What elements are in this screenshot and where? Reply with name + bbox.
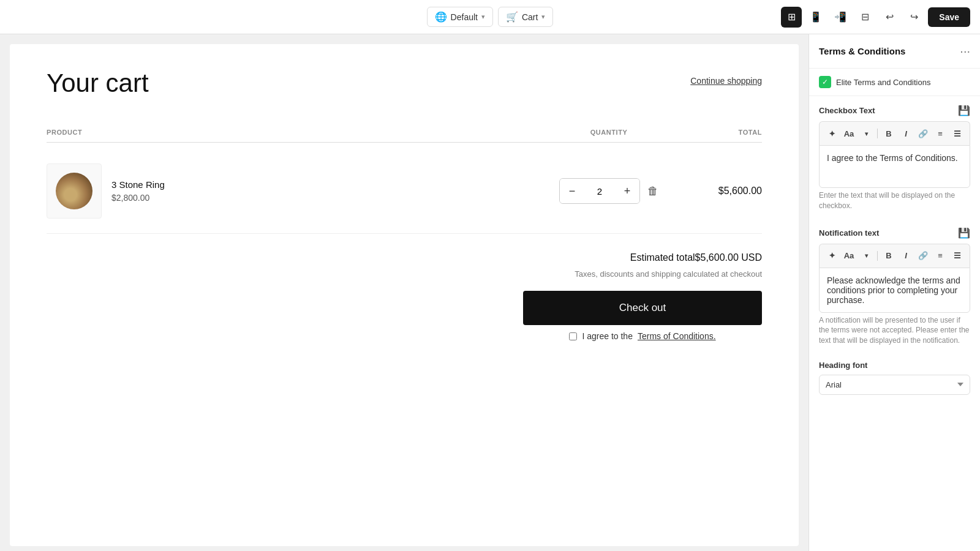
panel-elite-row: ✓ Elite Terms and Conditions bbox=[809, 69, 980, 96]
notification-text-editor[interactable]: Please acknowledge the terms and conditi… bbox=[819, 268, 970, 313]
checkbox-text-label: Checkbox Text bbox=[819, 106, 875, 115]
italic-btn[interactable]: I bbox=[899, 126, 913, 141]
save-notification-icon: 💾 bbox=[958, 227, 970, 239]
top-bar-center: 🌐 Default ▾ 🛒 Cart ▾ bbox=[427, 7, 554, 27]
link-btn-2[interactable]: 🔗 bbox=[916, 248, 930, 264]
product-name: 3 Stone Ring bbox=[111, 179, 165, 190]
terms-checkbox-row: I agree to the Terms of Conditions. bbox=[523, 331, 762, 341]
delete-product-btn[interactable]: 🗑 bbox=[647, 185, 658, 198]
tablet-view-btn[interactable]: 📱 bbox=[805, 7, 826, 28]
cart-dropdown[interactable]: 🛒 Cart ▾ bbox=[498, 7, 553, 27]
cart-summary: Estimated total$5,600.00 USD Taxes, disc… bbox=[47, 252, 762, 341]
notification-text-label: Notification text bbox=[819, 228, 879, 238]
top-bar-right: ⊞ 📱 📲 ⊟ ↩ ↪ Save bbox=[781, 7, 970, 28]
product-info: 3 Stone Ring $2,800.00 bbox=[47, 163, 548, 219]
cart-title: Your cart bbox=[47, 69, 149, 98]
cart-icon: 🛒 bbox=[506, 11, 518, 23]
tax-note: Taxes, discounts and shipping calculated… bbox=[575, 269, 762, 279]
table-header: PRODUCT QUANTITY TOTAL bbox=[47, 129, 762, 143]
heading-font-label: Heading font bbox=[819, 361, 970, 370]
chevron-down-icon-2: ▾ bbox=[541, 13, 545, 21]
product-total: $5,600.00 bbox=[670, 186, 762, 197]
checkbox-text-toolbar-wrapper: ✦ Aa ▾ B I 🔗 ≡ ☰ bbox=[819, 121, 970, 145]
heading-font-section: Heading font Arial Georgia Helvetica Tim… bbox=[809, 353, 980, 402]
bold-btn[interactable]: B bbox=[881, 126, 896, 141]
estimated-total: Estimated total$5,600.00 USD bbox=[630, 252, 762, 263]
col-total-header: TOTAL bbox=[670, 129, 762, 136]
font-chevron-2[interactable]: ▾ bbox=[859, 248, 873, 264]
notification-text-toolbar-wrapper: ✦ Aa ▾ B I 🔗 ≡ ☰ bbox=[819, 244, 970, 268]
separator-1 bbox=[877, 129, 878, 138]
list-ordered-btn[interactable]: ☰ bbox=[950, 126, 965, 141]
redo-btn[interactable]: ↪ bbox=[903, 7, 924, 28]
layout-view-btn[interactable]: ⊟ bbox=[854, 7, 875, 28]
more-options-btn[interactable]: ··· bbox=[960, 44, 970, 58]
estimated-total-value: $5,600.00 USD bbox=[695, 252, 762, 263]
list-ordered-btn-2[interactable]: ☰ bbox=[950, 248, 965, 264]
checkbox-text-editor[interactable]: I agree to the Terms of Conditions. bbox=[819, 145, 970, 188]
save-button[interactable]: Save bbox=[928, 7, 970, 27]
mobile-view-btn[interactable]: 📲 bbox=[830, 7, 851, 28]
elite-label: Elite Terms and Conditions bbox=[836, 78, 930, 87]
estimated-total-label: Estimated total bbox=[630, 252, 695, 263]
product-price: $2,800.00 bbox=[111, 193, 149, 203]
chevron-down-icon: ▾ bbox=[481, 13, 485, 21]
checkbox-text-content: I agree to the Terms of Conditions. bbox=[827, 153, 958, 163]
canvas-inner: Your cart Continue shopping PRODUCT QUAN… bbox=[10, 44, 799, 546]
checkbox-text-toolbar: ✦ Aa ▾ B I 🔗 ≡ ☰ bbox=[819, 121, 970, 145]
list-btn-2[interactable]: ≡ bbox=[933, 248, 948, 264]
terms-prefix: I agree to the bbox=[582, 331, 633, 341]
right-panel: Terms & Conditions ··· ✓ Elite Terms and… bbox=[809, 34, 980, 551]
notification-text-content: Please acknowledge the terms and conditi… bbox=[827, 276, 960, 305]
panel-header: Terms & Conditions ··· bbox=[809, 34, 980, 69]
undo-btn[interactable]: ↩ bbox=[879, 7, 900, 28]
font-btn[interactable]: Aa bbox=[842, 126, 856, 141]
product-details: 3 Stone Ring $2,800.00 bbox=[111, 179, 165, 203]
product-row: 3 Stone Ring $2,800.00 − 2 + 🗑 $5,600.00 bbox=[47, 149, 762, 234]
checkbox-text-hint: Enter the text that will be displayed on… bbox=[809, 190, 980, 219]
quantity-increase-btn[interactable]: + bbox=[615, 179, 639, 203]
default-label: Default bbox=[451, 12, 478, 22]
quantity-decrease-btn[interactable]: − bbox=[560, 179, 584, 203]
globe-icon: 🌐 bbox=[435, 11, 447, 23]
terms-checkbox[interactable] bbox=[569, 332, 577, 340]
col-quantity-header: QUANTITY bbox=[548, 129, 670, 136]
col-product-header: PRODUCT bbox=[47, 129, 548, 136]
notification-text-hint: A notification will be presented to the … bbox=[809, 315, 980, 353]
elite-check-icon: ✓ bbox=[819, 76, 831, 88]
product-image bbox=[47, 163, 102, 219]
top-bar: 🌐 Default ▾ 🛒 Cart ▾ ⊞ 📱 📲 ⊟ ↩ ↪ Save bbox=[0, 0, 980, 34]
bold-btn-2[interactable]: B bbox=[881, 248, 896, 264]
terms-link[interactable]: Terms of Conditions. bbox=[638, 331, 716, 341]
product-image-placeholder bbox=[56, 173, 92, 209]
notification-text-section-title: Notification text 💾 bbox=[809, 219, 980, 244]
notification-text-toolbar: ✦ Aa ▾ B I 🔗 ≡ ☰ bbox=[819, 244, 970, 268]
quantity-value: 2 bbox=[584, 186, 615, 197]
main-layout: Your cart Continue shopping PRODUCT QUAN… bbox=[0, 34, 980, 551]
desktop-view-btn[interactable]: ⊞ bbox=[781, 7, 802, 28]
separator-2 bbox=[877, 251, 878, 261]
font-chevron[interactable]: ▾ bbox=[859, 126, 873, 141]
quantity-control: − 2 + 🗑 bbox=[548, 178, 670, 204]
italic-btn-2[interactable]: I bbox=[899, 248, 913, 264]
canvas: Your cart Continue shopping PRODUCT QUAN… bbox=[0, 34, 809, 551]
magic-btn[interactable]: ✦ bbox=[824, 126, 839, 141]
checkout-button[interactable]: Check out bbox=[523, 291, 762, 325]
panel-title: Terms & Conditions bbox=[819, 46, 905, 56]
list-btn[interactable]: ≡ bbox=[933, 126, 948, 141]
font-btn-2[interactable]: Aa bbox=[842, 248, 856, 264]
checkbox-text-section-title: Checkbox Text 💾 bbox=[809, 96, 980, 121]
cart-label: Cart bbox=[522, 12, 538, 22]
magic-btn-2[interactable]: ✦ bbox=[824, 248, 839, 264]
default-dropdown[interactable]: 🌐 Default ▾ bbox=[427, 7, 493, 27]
continue-shopping-link[interactable]: Continue shopping bbox=[690, 69, 762, 86]
quantity-stepper[interactable]: − 2 + bbox=[559, 178, 640, 204]
save-section-icon: 💾 bbox=[958, 105, 970, 116]
cart-header-row: Your cart Continue shopping bbox=[47, 69, 762, 110]
heading-font-select[interactable]: Arial Georgia Helvetica Times New Roman … bbox=[819, 375, 970, 395]
link-btn[interactable]: 🔗 bbox=[916, 126, 930, 141]
